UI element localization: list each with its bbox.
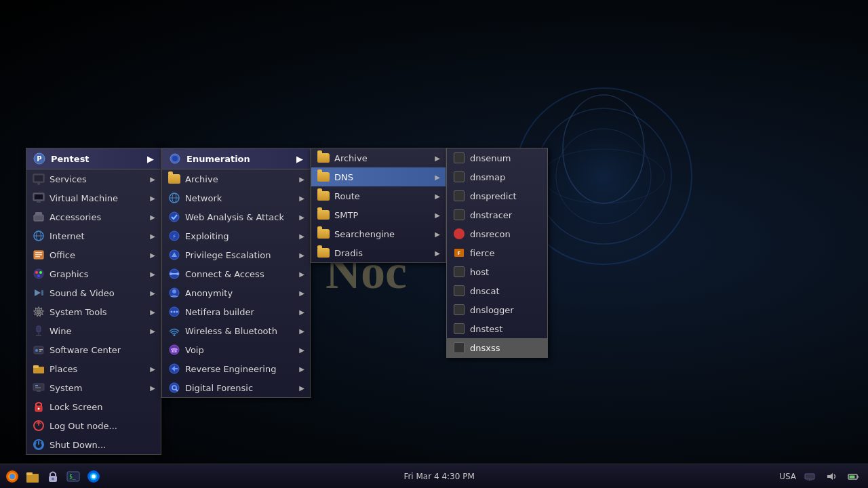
graphics-icon (32, 267, 45, 281)
web-analysis-arrow: ▶ (299, 214, 304, 221)
pentest-header: P Pentest ▶ (26, 148, 161, 169)
menu-item-priv-esc[interactable]: Privilege Escalation ▶ (162, 245, 310, 264)
menu-item-web-analysis[interactable]: Web Analysis & Attack ▶ (162, 207, 310, 226)
exploiting-arrow: ▶ (299, 232, 304, 240)
menu-item-dnstracer[interactable]: dnstracer (447, 205, 547, 224)
menu-item-places[interactable]: Places ▶ (26, 359, 161, 378)
svg-point-57 (170, 272, 172, 275)
menu-item-dnslogger[interactable]: dnslogger (447, 300, 547, 319)
svg-point-64 (176, 311, 178, 313)
logout-label: Log Out node... (50, 421, 155, 431)
svg-point-80 (52, 477, 54, 480)
route-arrow: ▶ (435, 192, 440, 200)
office-icon (32, 248, 45, 262)
menu-item-archive[interactable]: Archive ▶ (162, 169, 310, 188)
menu-item-accessories[interactable]: Accessories ▶ (26, 207, 161, 226)
menu-item-smtp[interactable]: SMTP ▶ (311, 205, 446, 224)
menu-item-network[interactable]: Network ▶ (162, 188, 310, 207)
dnsenum-label: dnsenum (470, 153, 542, 163)
svg-point-43 (38, 408, 40, 410)
taskbar-files-icon[interactable] (24, 468, 41, 485)
system-tools-arrow: ▶ (150, 308, 155, 316)
svg-text:P: P (37, 155, 41, 163)
taskbar-browser-icon[interactable] (4, 468, 20, 485)
menu-item-software-center[interactable]: Software Center (26, 340, 161, 359)
menu-item-netifera[interactable]: Netifera builder ▶ (162, 302, 310, 321)
menu-item-dnstest[interactable]: dnstest (447, 319, 547, 338)
svg-point-60 (172, 289, 176, 293)
menu-item-route[interactable]: Route ▶ (311, 186, 446, 205)
taskbar-lock-icon[interactable] (45, 468, 61, 485)
taskbar-network-icon[interactable] (802, 468, 818, 485)
svg-rect-31 (36, 335, 41, 336)
menu-item-graphics[interactable]: Graphics ▶ (26, 264, 161, 283)
menu-item-system-tools[interactable]: System Tools ▶ (26, 302, 161, 321)
svg-rect-86 (805, 474, 814, 479)
menu-item-digital-forensic[interactable]: Digital Forensic ▶ (162, 378, 310, 397)
menu-network-sub: Archive ▶ DNS ▶ Route ▶ (311, 148, 446, 263)
fierce-label: fierce (470, 248, 542, 258)
menu-item-dnsenum[interactable]: dnsenum (447, 148, 547, 167)
menu-item-wireless[interactable]: Wireless & Bluetooth ▶ (162, 321, 310, 340)
menu-item-dnspredict[interactable]: dnspredict (447, 186, 547, 205)
smtp-icon (317, 208, 330, 222)
svg-rect-78 (26, 472, 33, 475)
logout-icon (32, 419, 45, 432)
menu-item-shutdown[interactable]: Shut Down... (26, 435, 161, 454)
menu-item-office[interactable]: Office ▶ (26, 245, 161, 264)
menu-item-lock-screen[interactable]: Lock Screen (26, 397, 161, 416)
menu-item-exploiting[interactable]: ⚡ Exploiting ▶ (162, 226, 310, 245)
menu-item-dradis[interactable]: Dradis ▶ (311, 243, 446, 262)
menu-item-archive2[interactable]: Archive ▶ (311, 148, 446, 167)
connect-access-label: Connect & Access (185, 269, 295, 279)
menu-item-dnsmap[interactable]: dnsmap (447, 167, 547, 186)
digital-forensic-arrow: ▶ (299, 384, 304, 392)
host-icon (452, 265, 466, 279)
menu-item-dnscat[interactable]: dnscat (447, 281, 547, 300)
wireless-arrow: ▶ (299, 327, 304, 335)
menu-item-reverse-eng[interactable]: Reverse Engineering ▶ (162, 359, 310, 378)
shutdown-icon (32, 438, 45, 451)
menus-container: P Pentest ▶ Services ▶ Virtual Machine ▶ (26, 148, 548, 455)
taskbar-power-icon[interactable] (845, 468, 861, 485)
menu-item-anonymity[interactable]: Anonymity ▶ (162, 283, 310, 302)
svg-rect-35 (39, 351, 41, 352)
svg-rect-11 (35, 195, 43, 199)
menu-item-host[interactable]: host (447, 262, 547, 281)
menu-item-fierce[interactable]: F fierce (447, 243, 547, 262)
svg-rect-92 (850, 475, 855, 478)
menu-item-logout[interactable]: Log Out node... (26, 416, 161, 435)
menu-item-internet[interactable]: Internet ▶ (26, 226, 161, 245)
taskbar-firefox-icon[interactable] (85, 468, 102, 485)
web-analysis-label: Web Analysis & Attack (185, 212, 295, 222)
svg-point-24 (39, 271, 42, 274)
menu-item-sound-video[interactable]: Sound & Video ▶ (26, 283, 161, 302)
menu-item-system[interactable]: System ▶ (26, 378, 161, 397)
office-arrow: ▶ (150, 251, 155, 259)
voip-arrow: ▶ (299, 346, 304, 354)
menu-item-searchengine[interactable]: Searchengine ▶ (311, 224, 446, 243)
menu-item-dnsrecon[interactable]: dnsrecon (447, 224, 547, 243)
menu-enumeration: Enumeration ▶ Archive ▶ Network ▶ (161, 148, 311, 398)
connect-access-icon (167, 267, 181, 281)
svg-point-25 (37, 274, 40, 277)
menu-item-services[interactable]: Services ▶ (26, 169, 161, 188)
svg-point-23 (35, 271, 38, 274)
menu-item-dns[interactable]: DNS ▶ (311, 167, 446, 186)
menu-item-virtual-machine[interactable]: Virtual Machine ▶ (26, 188, 161, 207)
menu-item-dnsxss[interactable]: dnsxss (447, 338, 547, 357)
pentest-arrow: ▶ (147, 154, 154, 164)
enumeration-title: Enumeration (186, 154, 250, 164)
dnstracer-icon (452, 208, 466, 222)
network-icon (167, 191, 181, 205)
taskbar-terminal-icon[interactable]: $_ (65, 468, 81, 485)
taskbar-volume-icon[interactable] (823, 468, 840, 485)
svg-rect-21 (35, 256, 40, 258)
menu-dns-tools: dnsenum dnsmap dnspredict dnstracer dnsr… (446, 148, 548, 358)
services-icon (32, 172, 45, 186)
menu-item-voip[interactable]: ☎ Voip ▶ (162, 340, 310, 359)
searchengine-arrow: ▶ (435, 230, 440, 238)
menu-item-wine[interactable]: Wine ▶ (26, 321, 161, 340)
dnsenum-icon (452, 151, 466, 165)
menu-item-connect-access[interactable]: Connect & Access ▶ (162, 264, 310, 283)
